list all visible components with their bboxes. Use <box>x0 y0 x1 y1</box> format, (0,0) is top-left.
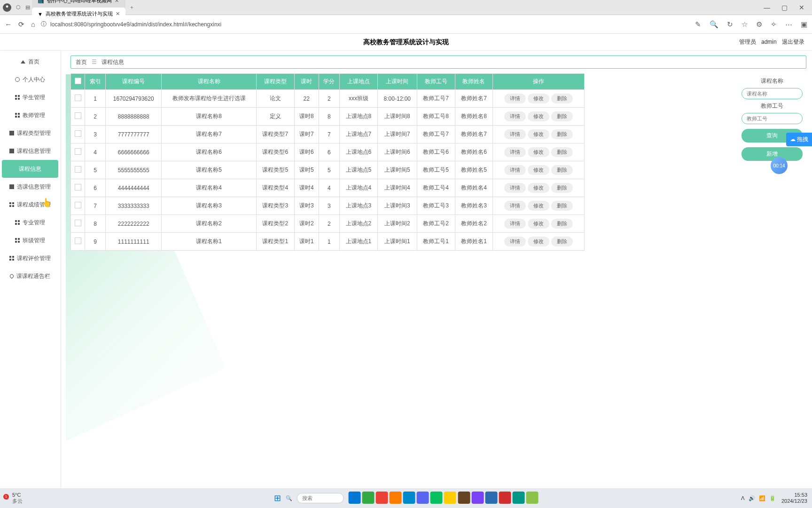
nav-refresh-icon[interactable]: ⟳ <box>18 20 24 29</box>
sidebar-item[interactable]: 个人中心 <box>0 71 60 88</box>
weather-icon[interactable]: ☀1 <box>5 495 9 501</box>
taskbar-app-icon[interactable] <box>403 492 415 504</box>
row-checkbox[interactable] <box>75 95 81 101</box>
delete-button[interactable]: 删除 <box>551 201 573 211</box>
tray-icon[interactable]: 📶 <box>759 495 765 501</box>
nav-back-icon[interactable]: ← <box>5 20 12 29</box>
sidebar-item[interactable]: 班级管理 <box>0 231 60 249</box>
row-checkbox[interactable] <box>75 148 81 155</box>
delete-button[interactable]: 删除 <box>551 111 573 121</box>
sidebar-item[interactable]: 课程评价管理 <box>0 249 60 267</box>
taskbar-app-icon[interactable] <box>349 492 361 504</box>
delete-button[interactable]: 删除 <box>551 237 573 246</box>
toolbar-icon[interactable]: ▣ <box>801 20 807 29</box>
sidebar-item[interactable]: 课课程通告栏 <box>0 267 60 285</box>
taskbar-search[interactable] <box>297 493 344 503</box>
taskbar-app-icon[interactable] <box>458 492 470 504</box>
edit-button[interactable]: 修改 <box>528 111 549 121</box>
delete-button[interactable]: 删除 <box>551 219 573 229</box>
row-checkbox[interactable] <box>75 238 81 244</box>
filter-input-name[interactable] <box>742 88 803 99</box>
toolbar-icon[interactable]: 🔍 <box>710 20 718 29</box>
edit-button[interactable]: 修改 <box>528 165 549 175</box>
browser-tab[interactable]: ▼高校教务管理系统设计与实现✕ <box>32 8 125 21</box>
detail-button[interactable]: 详情 <box>504 165 526 175</box>
sidebar-item[interactable]: 首页 <box>0 53 60 71</box>
detail-button[interactable]: 详情 <box>504 219 526 229</box>
detail-button[interactable]: 详情 <box>504 147 526 157</box>
taskbar-app-icon[interactable] <box>499 492 511 504</box>
taskbar-app-icon[interactable] <box>444 492 456 504</box>
edit-button[interactable]: 修改 <box>528 147 549 157</box>
edit-button[interactable]: 修改 <box>528 94 549 103</box>
window-minimize[interactable]: — <box>764 4 770 11</box>
logout-link[interactable]: 退出登录 <box>782 39 804 45</box>
edit-button[interactable]: 修改 <box>528 237 549 246</box>
row-checkbox[interactable] <box>75 112 81 119</box>
taskbar-app-icon[interactable] <box>471 492 484 504</box>
toolbar-icon[interactable]: ✧ <box>771 20 777 29</box>
sidebar-item[interactable]: 课程成绩管理 <box>0 196 60 214</box>
window-maximize[interactable]: ▢ <box>781 4 788 11</box>
detail-button[interactable]: 详情 <box>504 94 526 103</box>
taskbar-app-icon[interactable] <box>376 492 388 504</box>
toolbar-icon[interactable]: ✎ <box>695 20 701 29</box>
browser-tab[interactable]: 📺创作中心_哔哩哔哩单视频网✕ <box>32 0 125 8</box>
taskbar-app-icon[interactable] <box>390 492 402 504</box>
row-checkbox[interactable] <box>75 184 81 190</box>
edit-button[interactable]: 修改 <box>528 201 549 211</box>
delete-button[interactable]: 删除 <box>551 129 573 139</box>
taskbar-app-icon[interactable] <box>417 492 429 504</box>
toolbar-icon[interactable]: ⚙ <box>756 20 762 29</box>
taskbar-app-icon[interactable] <box>430 492 443 504</box>
url-text[interactable]: localhost:8080/springbootvv4e9/admin/dis… <box>50 21 221 28</box>
copilot-icon[interactable]: ⬡ <box>16 4 21 10</box>
sidebar-item[interactable]: 选课信息管理 <box>0 178 60 196</box>
taskbar-app-icon[interactable] <box>526 492 538 504</box>
toolbar-icon[interactable]: ⋯ <box>785 20 792 29</box>
delete-button[interactable]: 删除 <box>551 94 573 103</box>
profile-icon[interactable]: ● <box>3 3 11 12</box>
sidebar-item[interactable]: 学生管理 <box>0 88 60 106</box>
sidebar-item[interactable]: 课程信息 <box>2 160 58 178</box>
sidebar-item[interactable]: 教师管理 <box>0 106 60 124</box>
nav-home-icon[interactable]: ⌂ <box>31 20 35 29</box>
detail-button[interactable]: 详情 <box>504 111 526 121</box>
site-info-icon[interactable]: ⓘ <box>41 20 47 28</box>
detail-button[interactable]: 详情 <box>504 201 526 211</box>
detail-button[interactable]: 详情 <box>504 129 526 139</box>
edit-button[interactable]: 修改 <box>528 219 549 229</box>
row-checkbox[interactable] <box>75 220 81 226</box>
edit-button[interactable]: 修改 <box>528 183 549 193</box>
recording-timer[interactable]: 00:14 <box>771 157 788 174</box>
edit-button[interactable]: 修改 <box>528 129 549 139</box>
row-checkbox[interactable] <box>75 166 81 173</box>
tray-icon[interactable]: 🔋 <box>769 495 776 501</box>
filter-input-tid[interactable] <box>742 113 803 124</box>
detail-button[interactable]: 详情 <box>504 183 526 193</box>
row-checkbox[interactable] <box>75 202 81 208</box>
add-button[interactable]: 新增 <box>742 147 803 161</box>
taskbar-app-icon[interactable] <box>362 492 375 504</box>
detail-button[interactable]: 详情 <box>504 237 526 246</box>
delete-button[interactable]: 删除 <box>551 147 573 157</box>
select-all-checkbox[interactable] <box>75 78 81 84</box>
row-checkbox[interactable] <box>75 130 81 137</box>
sidebar-item[interactable]: 课程类型管理 <box>0 124 60 142</box>
delete-button[interactable]: 删除 <box>551 183 573 193</box>
taskbar-app-icon[interactable] <box>485 492 497 504</box>
breadcrumb-home[interactable]: 首页 <box>76 58 87 66</box>
tablist-icon[interactable]: ▤ <box>25 4 30 10</box>
sidebar-item[interactable]: 课程信息管理 <box>0 142 60 160</box>
tab-close-icon[interactable]: ✕ <box>116 11 120 17</box>
toolbar-icon[interactable]: ↻ <box>727 20 733 29</box>
toolbar-icon[interactable]: ☆ <box>742 20 748 29</box>
tab-close-icon[interactable]: ✕ <box>115 0 119 4</box>
drag-widget[interactable]: ☁ 拖拽 <box>786 133 812 146</box>
start-icon[interactable]: ⊞ <box>274 493 281 503</box>
tray-icon[interactable]: ᐱ <box>741 495 745 501</box>
delete-button[interactable]: 删除 <box>551 165 573 175</box>
sidebar-item[interactable]: 专业管理 <box>0 214 60 231</box>
window-close[interactable]: ✕ <box>799 4 804 11</box>
newtab-button[interactable]: ＋ <box>129 4 134 11</box>
